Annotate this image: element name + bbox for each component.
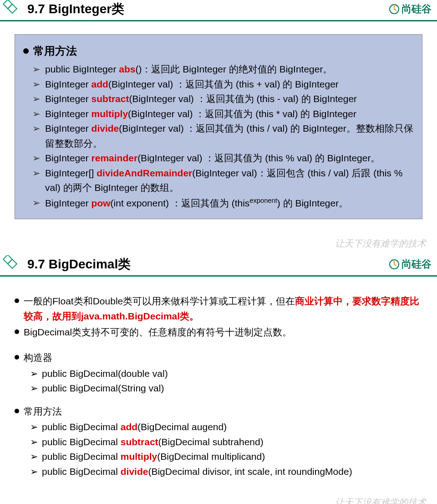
- arrow-icon: ➢: [30, 420, 38, 435]
- method-text: public BigInteger abs()：返回此 BigInteger 的…: [45, 62, 414, 77]
- bullet-dot-icon: [15, 409, 19, 413]
- header-rule: [0, 20, 437, 21]
- box-heading: 常用方法: [23, 44, 414, 58]
- svg-rect-1: [8, 4, 17, 13]
- method-text: BigInteger divide(BigInteger val) ：返回其值为…: [45, 121, 414, 151]
- method-item: ➢BigInteger multiply(BigInteger val) ：返回…: [32, 107, 414, 122]
- method-item: ➢public BigDecimal multiply(BigDecimal m…: [30, 449, 422, 464]
- arrow-icon: ➢: [32, 77, 41, 92]
- slide-header: 9.7 BigDecimal类 尚硅谷: [0, 255, 437, 275]
- brand-logo: 尚硅谷: [389, 257, 432, 271]
- intro-list: 一般的Float类和Double类可以用来做科学计算或工程计算，但在商业计算中，…: [15, 294, 422, 339]
- brand-logo: 尚硅谷: [389, 2, 432, 16]
- arrow-icon: ➢: [30, 464, 38, 479]
- arrow-icon: ➢: [30, 366, 38, 381]
- method-text: BigInteger multiply(BigInteger val) ：返回其…: [45, 107, 414, 122]
- method-item: ➢public BigInteger abs()：返回此 BigInteger …: [32, 62, 414, 77]
- arrow-icon: ➢: [30, 435, 38, 450]
- constructor-list: ➢public BigDecimal(double val)➢public Bi…: [15, 366, 422, 396]
- method-text: BigInteger add(BigInteger val) ：返回其值为 (t…: [45, 77, 414, 92]
- method-list: ➢public BigDecimal add(BigDecimal augend…: [15, 420, 422, 479]
- header-rule: [0, 275, 437, 277]
- constructor-heading-text: 构造器: [24, 350, 422, 365]
- constructor-heading: 构造器: [15, 350, 422, 365]
- methods-heading-text: 常用方法: [24, 404, 422, 419]
- method-list: ➢public BigInteger abs()：返回此 BigInteger …: [23, 62, 414, 211]
- methods-box: 常用方法 ➢public BigInteger abs()：返回此 BigInt…: [15, 34, 422, 219]
- constructor-item: ➢public BigDecimal(double val): [30, 366, 422, 381]
- method-item: ➢public BigDecimal subtract(BigDecimal s…: [30, 435, 422, 450]
- svg-rect-0: [3, 0, 12, 9]
- arrow-icon: ➢: [32, 92, 41, 107]
- svg-rect-4: [8, 260, 17, 269]
- methods-heading: 常用方法: [15, 404, 422, 419]
- constructor-text: public BigDecimal(double val): [42, 366, 168, 381]
- method-item: ➢public BigDecimal divide(BigDecimal div…: [30, 464, 422, 479]
- arrow-icon: ➢: [32, 195, 41, 211]
- diamond-icon: [2, 0, 20, 18]
- intro-item: BigDecimal类支持不可变的、任意精度的有符号十进制定点数。: [15, 325, 422, 340]
- method-text: BigInteger pow(int exponent) ：返回其值为 (thi…: [45, 195, 414, 211]
- method-text: public BigDecimal add(BigDecimal augend): [42, 420, 227, 435]
- method-item: ➢BigInteger add(BigInteger val) ：返回其值为 (…: [32, 77, 414, 92]
- method-text: BigInteger remainder(BigInteger val) ：返回…: [45, 151, 414, 166]
- brand-name: 尚硅谷: [401, 257, 432, 271]
- method-item: ➢BigInteger divide(BigInteger val) ：返回其值…: [32, 121, 414, 151]
- slide-biginteger: 9.7 BigInteger类 尚硅谷 常用方法 ➢public BigInte…: [0, 0, 437, 255]
- watermark: 让天下没有难学的技术: [0, 491, 437, 504]
- bullet-dot-icon: [15, 298, 19, 303]
- method-item: ➢BigInteger pow(int exponent) ：返回其值为 (th…: [32, 195, 414, 211]
- bullet-dot-icon: [15, 329, 19, 334]
- slide-bigdecimal: 9.7 BigDecimal类 尚硅谷 一般的Float类和Double类可以用…: [0, 255, 437, 504]
- arrow-icon: ➢: [32, 62, 41, 77]
- brand-name: 尚硅谷: [401, 2, 432, 16]
- method-text: public BigDecimal divide(BigDecimal divi…: [42, 464, 352, 479]
- svg-rect-3: [3, 255, 12, 264]
- arrow-icon: ➢: [30, 449, 38, 464]
- intro-item: 一般的Float类和Double类可以用来做科学计算或工程计算，但在商业计算中，…: [15, 294, 422, 324]
- slide-content: 一般的Float类和Double类可以用来做科学计算或工程计算，但在商业计算中，…: [0, 280, 437, 491]
- arrow-icon: ➢: [32, 151, 41, 166]
- bullet-dot-icon: [15, 355, 19, 360]
- diamond-icon: [2, 255, 20, 273]
- watermark: 让天下没有难学的技术: [0, 232, 437, 255]
- arrow-icon: ➢: [30, 381, 38, 396]
- arrow-icon: ➢: [32, 166, 41, 195]
- page-title: 9.7 BigInteger类: [27, 0, 389, 18]
- constructor-text: public BigDecimal(String val): [42, 381, 164, 396]
- slide-header: 9.7 BigInteger类 尚硅谷: [0, 0, 437, 20]
- intro-text: 一般的Float类和Double类可以用来做科学计算或工程计算，但在商业计算中，…: [24, 294, 422, 324]
- method-item: ➢public BigDecimal add(BigDecimal augend…: [30, 420, 422, 435]
- slide-content: 常用方法 ➢public BigInteger abs()：返回此 BigInt…: [0, 25, 437, 232]
- method-item: ➢BigInteger remainder(BigInteger val) ：返…: [32, 151, 414, 166]
- intro-text: BigDecimal类支持不可变的、任意精度的有符号十进制定点数。: [24, 325, 422, 340]
- method-item: ➢BigInteger subtract(BigInteger val) ：返回…: [32, 92, 414, 107]
- arrow-icon: ➢: [32, 107, 41, 122]
- method-item: ➢BigInteger[] divideAndRemainder(BigInte…: [32, 166, 414, 195]
- method-text: public BigDecimal subtract(BigDecimal su…: [42, 435, 264, 450]
- method-text: public BigDecimal multiply(BigDecimal mu…: [42, 449, 265, 464]
- logo-icon: [389, 259, 400, 270]
- constructor-item: ➢public BigDecimal(String val): [30, 381, 422, 396]
- method-text: BigInteger subtract(BigInteger val) ：返回其…: [45, 92, 414, 107]
- bullet-dot-icon: [23, 48, 29, 54]
- arrow-icon: ➢: [32, 121, 41, 151]
- logo-icon: [389, 4, 400, 15]
- box-heading-text: 常用方法: [33, 44, 77, 58]
- method-text: BigInteger[] divideAndRemainder(BigInteg…: [45, 166, 414, 195]
- page-title: 9.7 BigDecimal类: [27, 256, 389, 273]
